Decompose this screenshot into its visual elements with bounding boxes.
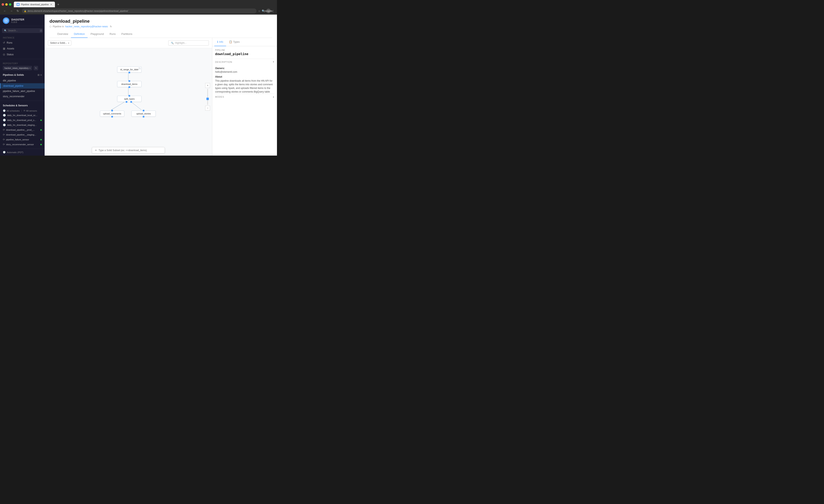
panel-pipeline-name: download_pipeline (215, 52, 274, 56)
description-section-header[interactable]: DESCRIPTION ▾ (215, 59, 274, 65)
dag-container: ⤡ id_range_for_date download_items (44, 50, 212, 143)
right-panel: ℹ Info 📋 Types Pipeline download_pipelin… (212, 38, 277, 155)
breadcrumb-refresh-icon[interactable]: ↻ (110, 25, 112, 28)
node-download-items[interactable]: download_items (117, 81, 141, 87)
schedule-item-3[interactable]: ⟳ download_pipeline__prod_... (0, 127, 44, 132)
runs-icon: ↺ (3, 41, 5, 44)
schedule-item-6[interactable]: ⟳ story_recommender_sensor (0, 142, 44, 147)
solid-select[interactable]: Select a Solid... ▾ (48, 40, 71, 45)
types-icon: 📋 (229, 40, 232, 43)
node-upload-comments[interactable]: upload_comments (100, 111, 124, 117)
node-id-range-for-date[interactable]: ⤡ id_range_for_date (117, 67, 141, 73)
app-layout: DAGSTER 0.10.8 🔍 / INSTANCE ↺ Runs ▦ Ass… (0, 15, 277, 155)
sidebar-item-status[interactable]: ◎ Status (0, 51, 44, 57)
sidebar-divider-2 (0, 101, 44, 101)
subset-input-bar: ✦ (92, 147, 165, 153)
tab-favicon (17, 3, 19, 6)
grid-view-icon[interactable]: ⊞ (37, 74, 39, 77)
repo-refresh-button[interactable]: ↻ (34, 66, 38, 70)
pipeline-icon: ⬡ (49, 25, 51, 28)
sidebar-item-assets[interactable]: ▦ Assets (0, 45, 44, 51)
breadcrumb-prefix: Pipeline in (53, 25, 64, 28)
search-input[interactable] (8, 29, 38, 32)
tab-runs-label: Runs (109, 32, 116, 35)
list-view-icon[interactable]: ≡ (40, 74, 42, 77)
schedule-status-dot-3 (40, 129, 42, 131)
zoom-in-button[interactable]: + (205, 83, 210, 88)
schedule-item-1[interactable]: 🕐 daily_hn_download_prod_s... (0, 118, 44, 123)
schedule-item-5[interactable]: ⟳ pipeline_failure_sensor (0, 137, 44, 142)
subset-input[interactable] (99, 149, 162, 152)
timezone-item[interactable]: 🕐 Automatic (PDT) (3, 151, 42, 153)
zoom-slider-thumb[interactable] (206, 98, 209, 100)
panel-tab-types-label: Types (233, 40, 240, 43)
schedule-label-0: daily_hn_download_local_sc... (7, 114, 37, 117)
tab-definition[interactable]: Definition (71, 30, 88, 38)
schedule-label-1: daily_hn_download_prod_s... (7, 119, 36, 121)
tab-playground[interactable]: Playground (88, 30, 107, 38)
dagster-name: DAGSTER (11, 18, 24, 21)
svg-point-0 (17, 3, 19, 5)
address-bar[interactable]: 🔒 demo.elementl.show/workspace/hacker_ne… (22, 8, 256, 13)
traffic-light-fullscreen[interactable] (9, 3, 11, 6)
panel-tab-info[interactable]: ℹ Info (214, 38, 226, 46)
pipeline-item-failure[interactable]: pipeline_failure_alert_pipeline (0, 89, 44, 94)
node-upload-stories[interactable]: upload_stories (131, 111, 156, 117)
zoom-slider-track (207, 89, 208, 105)
timezone-label: Automatic (PDT) (7, 151, 23, 153)
bookmark-icon[interactable]: ☆ (258, 9, 261, 13)
traffic-light-close[interactable] (2, 3, 4, 6)
search-bar[interactable]: 🔍 / (2, 28, 42, 33)
repo-section: REPOSITORY hacker_news_repository ▾ ↻ (0, 61, 44, 72)
pipeline-item-dbt[interactable]: dbt_pipeline (0, 78, 44, 83)
breadcrumb-repo-link[interactable]: hacker_news_repository@hacker-news (65, 25, 108, 28)
repo-chevron-icon: ▾ (29, 67, 30, 69)
breadcrumb: ⬡ Pipeline in hacker_news_repository@hac… (49, 25, 272, 28)
forward-button[interactable]: → (9, 8, 14, 13)
tab-runs[interactable]: Runs (107, 30, 118, 38)
all-sensors-link[interactable]: ⟳ All sensors (23, 109, 37, 112)
node-split-types[interactable]: split_types (117, 96, 141, 102)
sidebar-footer: 🕐 Automatic (PDT) (0, 149, 44, 155)
reload-button[interactable]: ↻ (15, 8, 20, 13)
content-area: Select a Solid... ▾ 🔍 Highlight... (44, 38, 277, 155)
pipeline-download-label: download_pipeline (3, 85, 23, 87)
schedule-item-4[interactable]: ⟳ download_pipeline__staging... (0, 132, 44, 137)
schedule-status-dot-1 (40, 120, 42, 121)
schedule-status-dot-6 (40, 144, 42, 145)
modes-section-header[interactable]: MODES ▴ (215, 94, 274, 100)
schedule-label-3: download_pipeline__prod_... (6, 129, 35, 131)
new-tab-button[interactable]: + (56, 2, 61, 7)
node-input-dot-1 (128, 80, 130, 82)
pipeline-item-download[interactable]: download_pipeline (0, 83, 44, 89)
schedule-sensor-icon-3: ⟳ (3, 128, 5, 131)
schedule-item-0[interactable]: 🕐 daily_hn_download_local_sc... (0, 113, 44, 118)
tab-partitions[interactable]: Partitions (119, 30, 135, 38)
user-avatar[interactable]: Incognito (266, 9, 271, 13)
tab-close-icon[interactable]: ✕ (50, 3, 52, 6)
repo-selector[interactable]: hacker_news_repository ▾ (3, 66, 32, 70)
highlight-placeholder-text: Highlight... (175, 41, 187, 44)
schedule-label-6: story_recommender_sensor (6, 143, 34, 146)
tab-overview[interactable]: Overview (54, 30, 71, 38)
back-button[interactable]: ← (2, 8, 7, 13)
panel-tab-types[interactable]: 📋 Types (226, 38, 242, 46)
schedule-links: 🕐 All schedules | ⟳ All sensors (0, 109, 44, 113)
menu-icon[interactable]: ⋮ (272, 9, 275, 13)
schedule-item-2[interactable]: 🕐 daily_hn_download_staging... (0, 123, 44, 127)
canvas-toolbar: Select a Solid... ▾ 🔍 Highlight... (44, 38, 212, 48)
node-output-dot-2a (126, 101, 127, 103)
all-schedules-link[interactable]: 🕐 All schedules (3, 109, 20, 112)
sidebar-item-runs[interactable]: ↺ Runs (0, 40, 44, 45)
browser-tab-active[interactable]: Pipeline: download_pipeline ✕ (14, 2, 55, 7)
highlight-input[interactable]: 🔍 Highlight... (168, 40, 209, 45)
zoom-out-button[interactable]: − (205, 106, 210, 111)
dagster-brand: DAGSTER 0.10.8 (11, 18, 24, 23)
dagster-logo (3, 17, 9, 24)
traffic-light-minimize[interactable] (5, 3, 8, 6)
pipeline-item-story[interactable]: story_recommender (0, 94, 44, 99)
info-icon: ℹ (217, 40, 218, 43)
dagster-version: 0.10.8 (11, 21, 24, 23)
schedule-link-sep: | (21, 109, 22, 112)
node-expand-icon[interactable]: ⤡ (138, 68, 140, 70)
